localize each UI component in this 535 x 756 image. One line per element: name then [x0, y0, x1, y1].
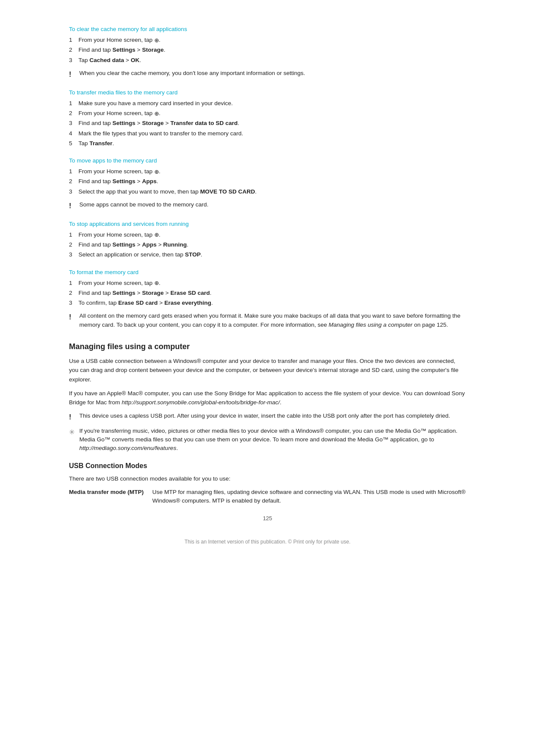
section-transfer-media: To transfer media files to the memory ca… — [69, 89, 466, 148]
apps-icon: ⊕ — [154, 231, 159, 239]
section-format-card: To format the memory card 1 From your Ho… — [69, 269, 466, 329]
table-cell-mtp: Use MTP for managing files, updating dev… — [152, 488, 466, 506]
apps-icon: ⊕ — [154, 279, 159, 287]
tip-media-go: ✳ If you're transferring music, video, p… — [69, 427, 466, 453]
managing-files-para2: If you have an Apple® Mac® computer, you… — [69, 389, 466, 407]
step-item: 2 Find and tap Settings > Storage > Eras… — [69, 289, 466, 297]
section-clear-cache: To clear the cache memory for all applic… — [69, 26, 466, 80]
note-icon: ! — [69, 201, 75, 211]
step-item: 1 From your Home screen, tap ⊕. — [69, 279, 466, 287]
step-item: 5 Tap Transfer. — [69, 139, 466, 148]
page-number: 125 — [69, 515, 466, 522]
apps-icon: ⊕ — [154, 168, 159, 176]
steps-transfer-media: 1 Make sure you have a memory card inser… — [69, 99, 466, 148]
section-title-stop-apps: To stop applications and services from r… — [69, 221, 466, 227]
steps-move-apps: 1 From your Home screen, tap ⊕. 2 Find a… — [69, 167, 466, 196]
step-item: 1 From your Home screen, tap ⊕. — [69, 231, 466, 239]
section-title-transfer-media: To transfer media files to the memory ca… — [69, 89, 466, 96]
apps-icon: ⊕ — [154, 36, 159, 45]
step-item: 2 Find and tap Settings > Apps > Running… — [69, 241, 466, 249]
section-usb-modes: USB Connection Modes There are two USB c… — [69, 462, 466, 505]
section-title-move-apps: To move apps to the memory card — [69, 157, 466, 164]
steps-clear-cache: 1 From your Home screen, tap ⊕. 2 Find a… — [69, 36, 466, 65]
note-icon: ! — [69, 412, 75, 422]
mediago-link: http://mediago.sony.com/enu/features — [79, 445, 176, 451]
step-item: 2 Find and tap Settings > Apps. — [69, 177, 466, 186]
note-icon: ! — [69, 312, 75, 322]
step-item: 3 Find and tap Settings > Storage > Tran… — [69, 119, 466, 128]
note-icon: ! — [69, 69, 75, 80]
note-usb-port: ! This device uses a capless USB port. A… — [69, 412, 466, 422]
step-item: 2 Find and tap Settings > Storage. — [69, 46, 466, 54]
note-clear-cache: ! When you clear the cache memory, you d… — [69, 69, 466, 80]
page-footer: This is an Internet version of this publ… — [69, 539, 466, 545]
section-managing-files: Managing files using a computer Use a US… — [69, 342, 466, 453]
section-stop-apps: To stop applications and services from r… — [69, 221, 466, 259]
note-move-apps: ! Some apps cannot be moved to the memor… — [69, 200, 466, 211]
section-move-apps: To move apps to the memory card 1 From y… — [69, 157, 466, 211]
note-format-card: ! All content on the memory card gets er… — [69, 312, 466, 329]
section-title-format-card: To format the memory card — [69, 269, 466, 275]
steps-stop-apps: 1 From your Home screen, tap ⊕. 2 Find a… — [69, 231, 466, 259]
step-item: 1 Make sure you have a memory card inser… — [69, 99, 466, 108]
step-item: 1 From your Home screen, tap ⊕. — [69, 167, 466, 176]
step-item: 2 From your Home screen, tap ⊕. — [69, 109, 466, 118]
apps-icon: ⊕ — [154, 109, 159, 118]
managing-files-para1: Use a USB cable connection between a Win… — [69, 356, 466, 384]
usb-modes-heading: USB Connection Modes — [69, 462, 466, 470]
section-title-clear-cache: To clear the cache memory for all applic… — [69, 26, 466, 32]
step-item: 3 Select the app that you want to move, … — [69, 187, 466, 196]
step-item: 3 To confirm, tap Erase SD card > Erase … — [69, 299, 466, 307]
step-item: 3 Tap Cached data > OK. — [69, 56, 466, 65]
steps-format-card: 1 From your Home screen, tap ⊕. 2 Find a… — [69, 279, 466, 308]
table-row: Media transfer mode (MTP) Use MTP for ma… — [69, 488, 466, 506]
usb-modes-intro: There are two USB connection modes avail… — [69, 474, 466, 484]
step-item: 4 Mark the file types that you want to t… — [69, 129, 466, 138]
usb-modes-table: Media transfer mode (MTP) Use MTP for ma… — [69, 488, 466, 506]
tip-icon: ✳ — [69, 427, 75, 437]
step-item: 1 From your Home screen, tap ⊕. — [69, 36, 466, 44]
table-label-mtp: Media transfer mode (MTP) — [69, 488, 144, 506]
step-item: 3 Select an application or service, then… — [69, 250, 466, 259]
sony-bridge-link: http://support.sonymobile.com/global-en/… — [122, 399, 280, 406]
managing-files-heading: Managing files using a computer — [69, 342, 466, 351]
italic-link: Managing files using a computer — [329, 322, 412, 328]
